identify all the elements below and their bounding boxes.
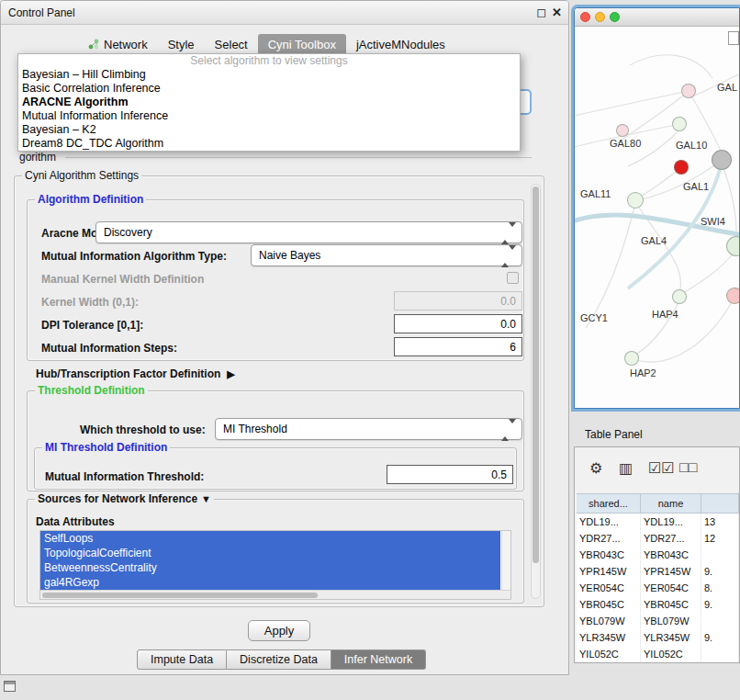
- zoom-button[interactable]: [610, 12, 620, 22]
- column-header[interactable]: name: [641, 494, 701, 513]
- attribute-list-item[interactable]: BetweennessCentrality: [40, 560, 500, 575]
- table-row[interactable]: YIL052CYIL052C: [577, 646, 739, 662]
- network-node[interactable]: [627, 192, 644, 209]
- which-threshold-select[interactable]: MI Threshold: [215, 418, 522, 440]
- table-cell[interactable]: 9.: [701, 629, 739, 646]
- list-vertical-scrollbar[interactable]: [501, 531, 510, 590]
- settings-gear-icon[interactable]: ⚙: [589, 459, 602, 477]
- select-checked-icon[interactable]: ☑☑: [648, 459, 675, 477]
- table-cell[interactable]: YPR145W: [577, 563, 641, 580]
- tab-jactivemnodules[interactable]: jActiveMNodules: [346, 34, 455, 54]
- network-node[interactable]: [712, 150, 732, 170]
- table-cell[interactable]: YBR043C: [641, 547, 701, 563]
- list-horizontal-scrollbar-thumb[interactable]: [42, 593, 318, 598]
- expand-right-icon[interactable]: ▶: [227, 368, 234, 380]
- attribute-list-item[interactable]: SelfLoops: [40, 531, 500, 546]
- apply-button[interactable]: Apply: [248, 620, 310, 641]
- table-row[interactable]: YER054CYER054C8.: [577, 580, 739, 596]
- tab-discretize-data[interactable]: Discretize Data: [227, 649, 331, 670]
- table-cell[interactable]: YIL052C: [641, 646, 701, 662]
- table-cell[interactable]: [701, 613, 739, 629]
- table-row[interactable]: YBL079WYBL079W: [577, 613, 739, 629]
- attribute-list-item[interactable]: gal4RGexp: [40, 575, 500, 590]
- table-row[interactable]: YBR045CYBR045C9.: [577, 596, 739, 613]
- table-cell[interactable]: YBR045C: [641, 596, 701, 613]
- close-button[interactable]: [580, 12, 590, 22]
- table-cell[interactable]: 9.: [701, 563, 739, 580]
- column-header[interactable]: shared...: [577, 494, 641, 513]
- data-attributes-list[interactable]: SelfLoopsTopologicalCoefficientBetweenne…: [39, 530, 511, 600]
- algorithm-option[interactable]: Bayesian – Hill Climbing: [18, 68, 520, 82]
- table-row[interactable]: YDL19...YDL19...13: [577, 514, 739, 530]
- settings-scrollbar[interactable]: [531, 184, 541, 599]
- network-node[interactable]: [674, 160, 689, 175]
- panel-restore-icon[interactable]: [4, 681, 16, 692]
- minimize-button[interactable]: [595, 12, 605, 22]
- mi-threshold-field[interactable]: 0.5: [387, 465, 513, 484]
- table-row[interactable]: YLR345WYLR345W9.: [577, 629, 739, 646]
- table-header-row: shared... name: [577, 493, 739, 514]
- aracne-mode-select[interactable]: Discovery: [95, 221, 522, 243]
- tab-network[interactable]: Network: [78, 34, 158, 54]
- network-scrollbar-corner[interactable]: [728, 31, 739, 45]
- table-row[interactable]: YPR145WYPR145W9.: [577, 563, 739, 580]
- table-cell[interactable]: 8.: [701, 580, 739, 596]
- table-cell[interactable]: YBL079W: [577, 613, 641, 629]
- hub-definition-expander[interactable]: Hub/Transcription Factor Definition ▶: [36, 367, 235, 380]
- network-node[interactable]: [726, 236, 740, 256]
- algorithm-option[interactable]: Mutual Information Inference: [18, 109, 520, 123]
- columns-icon[interactable]: ▥: [619, 459, 633, 477]
- table-cell[interactable]: YLR345W: [577, 629, 641, 646]
- algorithm-option[interactable]: Bayesian – K2: [18, 123, 520, 137]
- table-cell[interactable]: YER054C: [641, 580, 701, 596]
- network-node-label: HAP2: [630, 367, 656, 378]
- table-row[interactable]: YBR043CYBR043C: [577, 547, 739, 563]
- mi-type-select[interactable]: Naive Bayes: [251, 244, 522, 266]
- network-node[interactable]: [672, 117, 687, 131]
- table-cell[interactable]: YIL052C: [577, 646, 641, 662]
- table-cell[interactable]: 9.: [701, 596, 739, 613]
- table-cell[interactable]: YBL079W: [641, 613, 701, 629]
- network-node[interactable]: [624, 351, 639, 366]
- table-cell[interactable]: [701, 646, 739, 662]
- network-window-titlebar[interactable]: [575, 8, 739, 27]
- collapse-down-icon[interactable]: ▼: [201, 493, 211, 504]
- attribute-list-item[interactable]: TopologicalCoefficient: [40, 546, 500, 560]
- float-panel-icon[interactable]: ◻: [536, 6, 546, 19]
- mi-steps-field[interactable]: 6: [394, 337, 522, 356]
- table-row[interactable]: YDR27...YDR27...12: [577, 530, 739, 547]
- table-cell[interactable]: YBR043C: [577, 547, 641, 563]
- tab-cyni-toolbox[interactable]: Cyni Toolbox: [258, 34, 346, 54]
- network-node[interactable]: [672, 289, 687, 304]
- algorithm-option[interactable]: Basic Correlation Inference: [18, 82, 520, 96]
- sources-group-title[interactable]: Sources for Network Inference ▼: [35, 492, 214, 505]
- table-cell[interactable]: YLR345W: [641, 629, 701, 646]
- table-cell[interactable]: [701, 547, 739, 563]
- network-node[interactable]: [681, 84, 696, 98]
- table-cell[interactable]: YDR27...: [641, 530, 701, 547]
- dpi-tolerance-field[interactable]: 0.0: [394, 314, 522, 333]
- algorithm-option[interactable]: ARACNE Algorithm: [18, 96, 520, 109]
- network-view-window[interactable]: GALGAL80GAL10GAL11GAL1SWI4GAL4GCY1HAP4HA…: [574, 7, 740, 409]
- tab-impute-data[interactable]: Impute Data: [137, 649, 227, 670]
- table-cell[interactable]: YDL19...: [641, 514, 701, 530]
- tab-style[interactable]: Style: [158, 34, 205, 54]
- algorithm-option[interactable]: Dream8 DC_TDC Algorithm: [18, 137, 520, 151]
- table-cell[interactable]: 13: [701, 514, 739, 530]
- tab-infer-network[interactable]: Infer Network: [331, 649, 426, 670]
- tab-select[interactable]: Select: [205, 34, 258, 54]
- column-header[interactable]: [701, 494, 739, 513]
- manual-kernel-checkbox[interactable]: [507, 272, 519, 284]
- table-cell[interactable]: YPR145W: [641, 563, 701, 580]
- settings-scrollbar-thumb[interactable]: [533, 186, 539, 563]
- list-horizontal-scrollbar[interactable]: [40, 590, 510, 599]
- close-panel-icon[interactable]: ✕: [552, 6, 562, 19]
- table-cell[interactable]: YER054C: [577, 580, 641, 596]
- network-node[interactable]: [616, 124, 629, 137]
- network-node[interactable]: [726, 288, 740, 304]
- table-cell[interactable]: YDL19...: [577, 514, 641, 530]
- table-cell[interactable]: 12: [701, 530, 739, 547]
- table-cell[interactable]: YDR27...: [577, 530, 641, 547]
- table-cell[interactable]: YBR045C: [577, 596, 641, 613]
- select-unchecked-icon[interactable]: □□: [679, 459, 697, 476]
